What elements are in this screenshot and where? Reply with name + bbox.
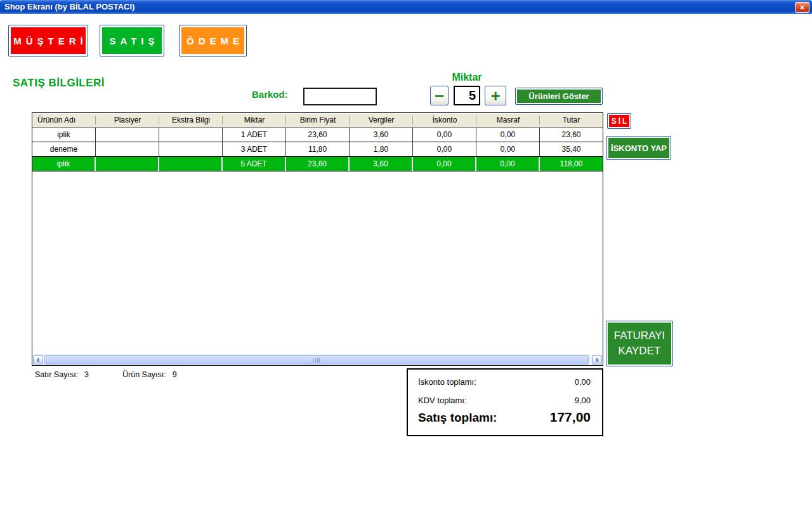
cell: 3,60 bbox=[350, 128, 413, 142]
header-cell[interactable]: Ekstra Bilgi bbox=[159, 113, 223, 127]
table-row[interactable]: deneme3 ADET11,801,800,000,0035,40 bbox=[32, 142, 603, 157]
cell bbox=[159, 128, 223, 142]
minus-icon[interactable]: − bbox=[430, 86, 449, 105]
cell: 0,00 bbox=[413, 157, 476, 171]
close-icon[interactable]: × bbox=[795, 2, 809, 13]
horizontal-scrollbar[interactable]: ‹ › bbox=[32, 354, 603, 365]
barkod-label: Barkod: bbox=[252, 89, 288, 100]
odeme-button[interactable]: ÖDEME bbox=[179, 25, 247, 57]
discount-total-value: 0,00 bbox=[575, 377, 591, 387]
header-cell[interactable]: Masraf bbox=[476, 113, 540, 127]
quantity-input[interactable] bbox=[454, 86, 480, 105]
cell: 0,00 bbox=[476, 157, 540, 171]
satis-button[interactable]: SATIŞ bbox=[100, 25, 164, 57]
sales-grid: Ürünün AdıPlasiyerEkstra BilgiMiktarBiri… bbox=[32, 112, 603, 366]
header-cell[interactable]: Vergiler bbox=[350, 113, 413, 127]
header-cell[interactable]: İskonto bbox=[413, 113, 476, 127]
cell: 23,60 bbox=[540, 128, 603, 142]
miktar-label: Miktar bbox=[444, 72, 490, 83]
product-count: Ürün Sayısı:9 bbox=[122, 370, 177, 379]
header-cell[interactable]: Ürünün Adı bbox=[32, 113, 96, 127]
header-cell[interactable]: Miktar bbox=[223, 113, 286, 127]
cell: 11,80 bbox=[286, 142, 350, 156]
cell: iplik bbox=[32, 157, 96, 171]
scroll-left-icon[interactable]: ‹ bbox=[33, 355, 43, 364]
header-cell[interactable]: Plasiyer bbox=[96, 113, 159, 127]
cell: 23,60 bbox=[286, 128, 350, 142]
musteri-button[interactable]: MÜŞTERİ bbox=[8, 25, 88, 57]
product-count-label: Ürün Sayısı: bbox=[122, 370, 166, 379]
delete-row-button[interactable]: SİL bbox=[607, 113, 631, 129]
discount-total-row: İskonto toplamı: 0,00 bbox=[418, 377, 591, 387]
cell: 3 ADET bbox=[223, 142, 286, 156]
cell: 1 ADET bbox=[223, 128, 286, 142]
barkod-input[interactable] bbox=[303, 88, 377, 105]
cell: 35,40 bbox=[540, 142, 603, 156]
totals-box: İskonto toplamı: 0,00 KDV toplamı: 9,00 … bbox=[407, 368, 603, 436]
save-invoice-button[interactable]: FATURAYI KAYDET bbox=[606, 321, 673, 366]
titlebar: Shop Ekranı (by BİLAL POSTACI) × bbox=[0, 0, 812, 14]
thumb-grip-icon bbox=[313, 358, 320, 363]
window-title: Shop Ekranı (by BİLAL POSTACI) bbox=[4, 0, 134, 13]
cell: 5 ADET bbox=[223, 157, 286, 171]
row-count: Satır Sayısı:3 bbox=[35, 370, 89, 379]
cell: 0,00 bbox=[476, 142, 540, 156]
cell: 0,00 bbox=[413, 128, 476, 142]
cell: 0,00 bbox=[476, 128, 540, 142]
cell: 23,60 bbox=[286, 157, 350, 171]
cell: 3,60 bbox=[350, 157, 413, 171]
vat-total-label: KDV toplamı: bbox=[418, 396, 467, 405]
plus-icon[interactable]: + bbox=[485, 86, 506, 105]
cell bbox=[159, 157, 223, 171]
cell: iplik bbox=[32, 128, 96, 142]
scrollbar-thumb[interactable] bbox=[44, 355, 589, 364]
show-products-button[interactable]: Ürünleri Göster bbox=[515, 88, 603, 105]
vat-total-row: KDV toplamı: 9,00 bbox=[418, 396, 591, 405]
vat-total-value: 9,00 bbox=[575, 396, 591, 405]
cell bbox=[96, 157, 159, 171]
header-cell[interactable]: Birim Fiyat bbox=[286, 113, 350, 127]
table-row[interactable]: iplik5 ADET23,603,600,000,00118,00 bbox=[32, 157, 603, 171]
cell: 0,00 bbox=[413, 142, 476, 156]
product-count-value: 9 bbox=[173, 370, 177, 379]
page-title: SATIŞ BİLGİLERİ bbox=[13, 77, 105, 90]
header-cell[interactable]: Tutar bbox=[540, 113, 603, 127]
cell: deneme bbox=[32, 142, 96, 156]
table-row[interactable]: iplik1 ADET23,603,600,000,0023,60 bbox=[32, 128, 603, 142]
grid-header-row: Ürünün AdıPlasiyerEkstra BilgiMiktarBiri… bbox=[32, 113, 603, 128]
app-window: Shop Ekranı (by BİLAL POSTACI) × MÜŞTERİ… bbox=[0, 0, 812, 508]
scroll-right-icon[interactable]: › bbox=[592, 355, 602, 364]
grid-body: iplik1 ADET23,603,600,000,0023,60deneme3… bbox=[32, 128, 603, 171]
cell: 118,00 bbox=[540, 157, 603, 171]
row-count-value: 3 bbox=[84, 370, 89, 379]
sale-total-label: Satış toplamı: bbox=[418, 411, 497, 425]
row-count-label: Satır Sayısı: bbox=[35, 370, 78, 379]
cell bbox=[159, 142, 223, 156]
sale-total-value: 177,00 bbox=[550, 410, 591, 425]
apply-discount-button[interactable]: İSKONTO YAP bbox=[606, 136, 671, 160]
cell bbox=[96, 128, 159, 142]
discount-total-label: İskonto toplamı: bbox=[418, 377, 476, 387]
cell bbox=[96, 142, 159, 156]
cell: 1,80 bbox=[350, 142, 413, 156]
sale-total-row: Satış toplamı: 177,00 bbox=[418, 410, 591, 425]
